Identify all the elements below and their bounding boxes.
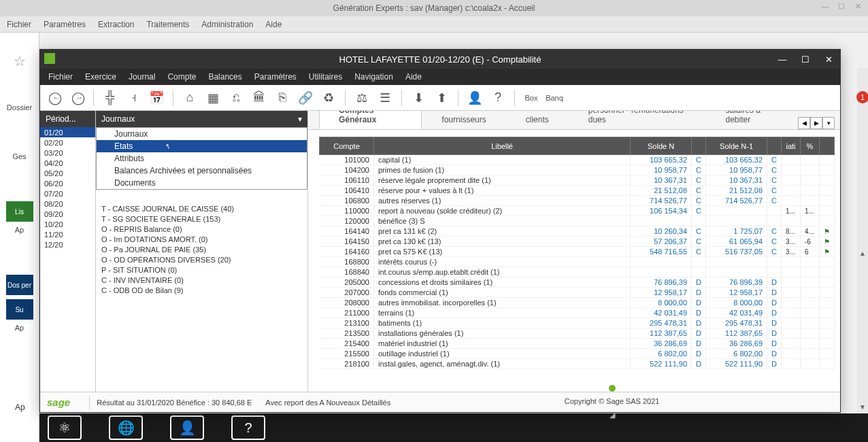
- help-icon[interactable]: ?: [490, 90, 506, 106]
- tab-prev[interactable]: ◀: [798, 117, 810, 129]
- journaux-combo[interactable]: Journaux ▾: [96, 111, 307, 127]
- scale-icon[interactable]: ⚖: [354, 90, 370, 106]
- banq-icon[interactable]: Banq: [546, 90, 563, 106]
- column-header[interactable]: [820, 137, 835, 155]
- period-item[interactable]: 10/20: [40, 219, 95, 229]
- bank-icon[interactable]: 🏛: [251, 90, 267, 106]
- period-item[interactable]: 05/20: [40, 168, 95, 178]
- journal-item[interactable]: O - Pa JOURNAL DE PAIE (35): [96, 245, 307, 256]
- download-icon[interactable]: ⬇: [410, 90, 427, 106]
- tab[interactable]: salaires a debiter: [705, 111, 798, 129]
- menu-item[interactable]: Paramètres: [254, 72, 297, 82]
- person-icon[interactable]: 👤: [467, 90, 483, 106]
- upload-icon[interactable]: ⬆: [433, 90, 450, 106]
- table-row[interactable]: 106410réserve pour + values à lt (1)21 5…: [320, 186, 835, 196]
- period-header[interactable]: Périod...: [40, 111, 95, 127]
- tab[interactable]: clients: [506, 111, 569, 129]
- period-item[interactable]: 04/20: [40, 158, 95, 168]
- split-v-icon[interactable]: ⫞: [125, 90, 141, 106]
- accounts-table-wrap[interactable]: CompteLibelléSolde NSolde N-1iati% 10100…: [308, 130, 840, 392]
- table-row[interactable]: 164160pret ca 575 K€ (13)548 716,55C516 …: [320, 247, 835, 257]
- period-item[interactable]: 12/20: [40, 239, 95, 250]
- link-icon[interactable]: 🔗: [297, 90, 314, 106]
- column-header[interactable]: [767, 137, 782, 155]
- column-header[interactable]: [692, 137, 706, 155]
- dropdown-item[interactable]: Balances Archivées et personnalisées: [97, 165, 307, 177]
- table-row[interactable]: 215500outillage industriel (1)6 802,00D6…: [320, 349, 835, 359]
- box-icon[interactable]: Box: [523, 90, 539, 106]
- journal-item[interactable]: C - ODB OD de Bilan (9): [96, 286, 307, 296]
- table-row[interactable]: 208000autres immobilisat. incorporelles …: [320, 298, 835, 308]
- table-row[interactable]: 218100instal.gales, agenct, aménagt.div.…: [320, 359, 835, 369]
- export-icon[interactable]: ⎘: [274, 90, 290, 106]
- globe-icon[interactable]: 🌐: [109, 415, 143, 440]
- table-row[interactable]: 164150pret ca 130 k€ (13)57 206,37C61 06…: [320, 237, 835, 247]
- table-row[interactable]: 101000capital (1)103 665,32C103 665,32C: [320, 155, 835, 165]
- menu-item[interactable]: Balances: [208, 72, 241, 82]
- person-icon[interactable]: 👤: [170, 415, 204, 440]
- menu-extraction[interactable]: Extraction: [98, 20, 134, 29]
- tab[interactable]: personnel - rémunérations dues: [569, 111, 706, 129]
- right-scrollbar[interactable]: 1 ▲ ▼: [857, 68, 868, 413]
- close-button[interactable]: ✕: [817, 50, 840, 69]
- journal-item[interactable]: T - SG SOCIETE GENERALE (153): [96, 215, 307, 225]
- list-icon[interactable]: ☰: [377, 90, 393, 106]
- org-icon[interactable]: ⎌: [228, 90, 244, 106]
- period-item[interactable]: 06/20: [40, 178, 95, 188]
- tab-menu[interactable]: ▾: [822, 117, 835, 129]
- menu-item[interactable]: Aide: [405, 72, 422, 82]
- period-item[interactable]: 01/20: [40, 127, 95, 137]
- minimize-button[interactable]: —: [771, 50, 794, 69]
- table-row[interactable]: 168800intérêts courus (-): [320, 257, 835, 267]
- forward-icon[interactable]: ◯→: [69, 90, 85, 106]
- table-row[interactable]: 207000fonds commercial (1)12 958,17D12 9…: [320, 288, 835, 298]
- column-header[interactable]: Libellé: [374, 137, 631, 155]
- period-item[interactable]: 02/20: [40, 137, 95, 148]
- menu-item[interactable]: Compte: [167, 72, 196, 82]
- table-row[interactable]: 104200primes de fusion (1)10 958,77C10 9…: [320, 165, 835, 175]
- table-row[interactable]: 110000report à nouveau (solde créditeur)…: [320, 206, 835, 216]
- back-icon[interactable]: ◯←: [46, 90, 62, 106]
- menu-administration[interactable]: Administration: [201, 20, 253, 29]
- table-row[interactable]: 164140pret ca 131 k€ (2)10 260,34C1 725,…: [320, 226, 835, 237]
- table-row[interactable]: 215400matériel industriel (1)36 286,69D3…: [320, 339, 835, 349]
- dropdown-item[interactable]: Attributs: [97, 152, 307, 165]
- menu-parametres[interactable]: Paramètres: [44, 20, 86, 29]
- dropdown-item[interactable]: Journaux: [97, 128, 307, 140]
- table-row[interactable]: 120000bénéfice (3) S: [320, 216, 835, 226]
- column-header[interactable]: Solde N-1: [706, 137, 767, 155]
- journal-item[interactable]: O - REPRIS Balance (0): [96, 225, 307, 235]
- table-row[interactable]: 106110réserve légale proprement dite (1)…: [320, 175, 835, 186]
- notification-badge[interactable]: 1: [856, 91, 868, 103]
- period-item[interactable]: 09/20: [40, 209, 95, 219]
- table-row[interactable]: 168840int.courus s/emp.aup.etablt.crédit…: [320, 267, 835, 277]
- journal-item[interactable]: C - INV INVENTAIRE (0): [96, 276, 307, 286]
- menu-traitements[interactable]: Traitements: [146, 20, 189, 29]
- maximize-button[interactable]: ☐: [834, 0, 849, 12]
- maximize-button[interactable]: ☐: [794, 50, 817, 69]
- dropdown-item[interactable]: Documents: [97, 177, 307, 189]
- column-header[interactable]: iati: [782, 137, 801, 155]
- resize-grip-icon[interactable]: ◢: [610, 411, 615, 420]
- table-row[interactable]: 205000concessions et droits similaires (…: [320, 277, 835, 288]
- tab[interactable]: fournisseurs: [422, 111, 505, 129]
- journal-item[interactable]: P - SIT SITUATION (0): [96, 266, 307, 276]
- journal-item[interactable]: O - OD OPÉRATIONS DIVERSES (20): [96, 256, 307, 266]
- period-item[interactable]: 11/20: [40, 229, 95, 239]
- tab-next[interactable]: ▶: [810, 117, 822, 129]
- period-item[interactable]: 07/20: [40, 188, 95, 199]
- close-button[interactable]: ✕: [850, 0, 865, 12]
- table-row[interactable]: 213100batiments (1)295 478,31D295 478,31…: [320, 318, 835, 328]
- table-row[interactable]: 213500installations générales (1)112 387…: [320, 328, 835, 339]
- column-header[interactable]: Compte: [320, 137, 374, 155]
- journal-item[interactable]: T - CAISSE JOURNAL DE CAISSE (40): [96, 205, 307, 215]
- grid-icon[interactable]: ▦: [205, 90, 221, 106]
- menu-fichier[interactable]: Fichier: [7, 20, 31, 29]
- menu-aide[interactable]: Aide: [265, 20, 282, 29]
- period-item[interactable]: 08/20: [40, 199, 95, 209]
- tab[interactable]: Comptes Généraux: [319, 111, 422, 129]
- menu-item[interactable]: Journal: [129, 72, 155, 82]
- dropdown-item[interactable]: Etats: [97, 140, 307, 152]
- sidebar-block[interactable]: Su: [6, 299, 33, 320]
- table-row[interactable]: 106800autres réserves (1)714 526,77C714 …: [320, 196, 835, 206]
